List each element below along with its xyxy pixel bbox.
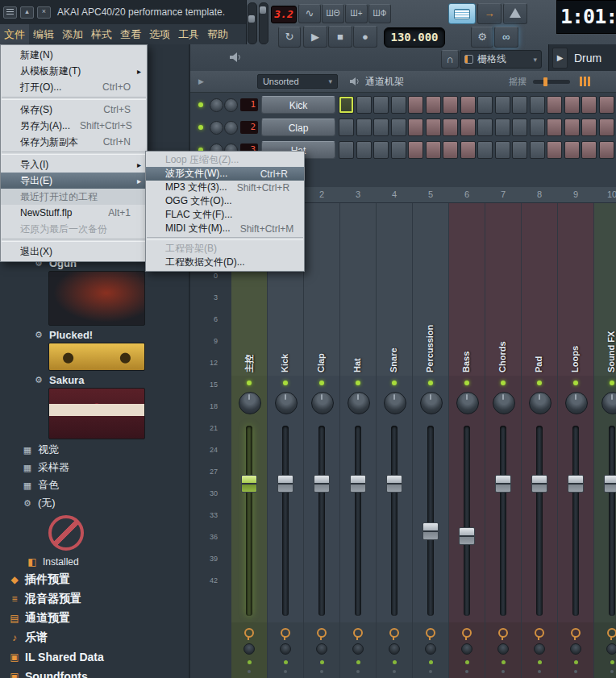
- browser-item-4[interactable]: ▦视觉: [0, 441, 189, 459]
- mixer-track-5[interactable]: 5Percussion: [413, 187, 448, 678]
- track-led[interactable]: [319, 381, 324, 385]
- step-cell[interactable]: [495, 96, 510, 114]
- browser-item-11[interactable]: ▤通道预置: [0, 609, 189, 628]
- fader-handle[interactable]: [314, 475, 330, 493]
- menubar-item-7[interactable]: 帮助: [203, 24, 232, 44]
- file-menu-item-11[interactable]: NewStuff.flpAlt+1: [1, 205, 147, 221]
- insert-link-icon[interactable]: [426, 628, 435, 638]
- arrow-button[interactable]: →: [477, 3, 502, 24]
- mixer-track-10[interactable]: 10Sound FX: [594, 187, 616, 678]
- enable-led[interactable]: [248, 660, 252, 664]
- enable-led[interactable]: [502, 660, 506, 664]
- track-led[interactable]: [537, 381, 542, 385]
- plugin-thumbnail-none[interactable]: [48, 515, 84, 551]
- stop-button[interactable]: ■: [328, 26, 352, 48]
- pulse-icon[interactable]: ∿: [298, 4, 321, 23]
- window-menu-button[interactable]: [3, 6, 17, 19]
- pattern-selector[interactable]: Drum: [574, 52, 601, 64]
- browser-item-6[interactable]: ▦音色: [0, 476, 189, 494]
- step-cell[interactable]: [599, 96, 614, 114]
- export-menu-item-8[interactable]: 工程数据文件(D)...: [146, 256, 304, 269]
- insert-link-icon[interactable]: [607, 628, 616, 638]
- step-cell[interactable]: [564, 141, 580, 159]
- step-cell[interactable]: [391, 96, 406, 114]
- step-cell[interactable]: [495, 119, 510, 136]
- pan-knob[interactable]: [311, 392, 334, 414]
- wrench-button[interactable]: ⚙: [471, 27, 493, 48]
- track-led[interactable]: [392, 381, 397, 385]
- enable-led[interactable]: [465, 660, 469, 664]
- channel-volume-knob[interactable]: [224, 98, 238, 112]
- channel-button[interactable]: Clap: [261, 119, 335, 136]
- enable-led[interactable]: [356, 660, 360, 664]
- track-led[interactable]: [464, 381, 469, 385]
- typing-keyboard-button[interactable]: [448, 3, 476, 24]
- mixer-track-6[interactable]: 6Bass: [449, 187, 485, 678]
- insert-link-icon[interactable]: [353, 628, 363, 638]
- file-menu-item-8[interactable]: 导入(I)▸: [1, 156, 147, 173]
- export-menu-item-2[interactable]: MP3 文件(3)...Shift+Ctrl+R: [146, 181, 304, 194]
- plugin-thumbnail-ogun[interactable]: [48, 271, 145, 326]
- fader-track[interactable]: [318, 426, 325, 616]
- mixer-track-2[interactable]: 2Clap: [304, 187, 339, 678]
- fader-handle[interactable]: [604, 475, 616, 493]
- insert-link-icon[interactable]: [498, 628, 508, 638]
- export-menu-item-1[interactable]: 波形文件(W)...Ctrl+R: [146, 167, 304, 181]
- grid-icon[interactable]: [580, 77, 590, 86]
- channel-button[interactable]: Kick: [261, 96, 335, 114]
- file-menu-item-6[interactable]: 保存为新副本Ctrl+N: [1, 134, 147, 150]
- fader-handle[interactable]: [531, 475, 547, 493]
- fader-track[interactable]: [464, 426, 470, 616]
- browser-item-14[interactable]: ▣Soundfonts: [0, 667, 189, 678]
- plugin-thumbnail-sakura[interactable]: [48, 388, 145, 439]
- fader-track[interactable]: [427, 426, 434, 616]
- stereo-knob[interactable]: [243, 643, 255, 655]
- step-cell[interactable]: [391, 119, 406, 136]
- pan-knob[interactable]: [420, 392, 443, 414]
- track-led[interactable]: [610, 381, 614, 385]
- step-cell[interactable]: [477, 119, 493, 136]
- step-cell[interactable]: [373, 141, 389, 159]
- mixer-track-8[interactable]: 8Pad: [522, 187, 557, 678]
- step-cell[interactable]: [564, 96, 580, 114]
- file-menu-item-9[interactable]: 导出(E)▸: [1, 173, 147, 189]
- enable-led[interactable]: [284, 660, 288, 664]
- step-cell[interactable]: [477, 141, 493, 159]
- plugin-thumbnail-plucked[interactable]: [48, 343, 145, 371]
- master-volume-slider[interactable]: [248, 2, 257, 44]
- menubar-item-6[interactable]: 工具: [174, 24, 203, 44]
- stereo-knob[interactable]: [461, 643, 472, 655]
- track-led[interactable]: [247, 381, 252, 385]
- browser-item-3[interactable]: ⚙Sakura: [0, 373, 189, 386]
- enable-led[interactable]: [574, 660, 578, 664]
- file-menu-item-0[interactable]: 新建(N): [1, 47, 147, 63]
- stereo-knob[interactable]: [570, 643, 581, 655]
- step-cell[interactable]: [581, 96, 597, 114]
- insert-link-icon[interactable]: [317, 628, 327, 638]
- channel-led[interactable]: [198, 125, 203, 130]
- stereo-knob[interactable]: [425, 643, 436, 655]
- insert-link-icon[interactable]: [281, 628, 290, 638]
- track-led[interactable]: [356, 381, 360, 385]
- step-cell[interactable]: [512, 96, 527, 114]
- step-cell[interactable]: [408, 141, 423, 159]
- pan-knob[interactable]: [275, 392, 298, 414]
- stereo-knob[interactable]: [497, 643, 509, 655]
- step-cell[interactable]: [356, 96, 372, 114]
- enable-led[interactable]: [610, 660, 614, 664]
- export-menu-item-4[interactable]: FLAC 文件(F)...: [146, 208, 304, 222]
- browser-item-8[interactable]: ◧Installed: [0, 554, 189, 570]
- channel-pan-knob[interactable]: [210, 98, 223, 112]
- browser-item-5[interactable]: ▦采样器: [0, 459, 189, 476]
- insert-link-icon[interactable]: [535, 628, 544, 638]
- fader-track[interactable]: [282, 426, 289, 616]
- file-menu-item-5[interactable]: 另存为(A)...Shift+Ctrl+S: [1, 118, 147, 134]
- enable-led[interactable]: [429, 660, 433, 664]
- menubar-item-1[interactable]: 编辑: [29, 24, 58, 44]
- step-cell[interactable]: [373, 96, 389, 114]
- wait-icon[interactable]: Ш+: [345, 4, 368, 23]
- step-cell[interactable]: [564, 119, 580, 136]
- insert-link-icon[interactable]: [462, 628, 472, 638]
- fader-track[interactable]: [246, 426, 252, 616]
- step-cell[interactable]: [547, 141, 562, 159]
